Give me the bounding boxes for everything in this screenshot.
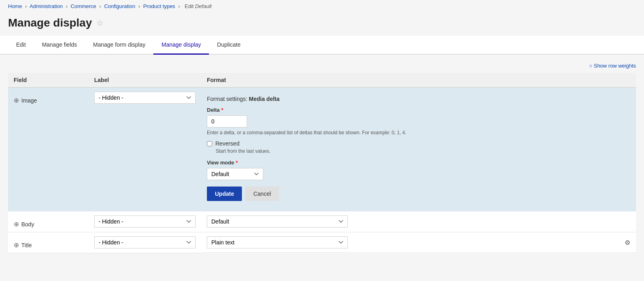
field-name-image: Image	[21, 97, 37, 104]
tabs-bar: Edit Manage fields Manage form display M…	[0, 36, 644, 55]
delta-label: Delta *	[207, 107, 630, 113]
drag-handle-body[interactable]: ⊕	[14, 220, 19, 228]
format-settings-title: Format settings: Media delta	[207, 96, 630, 102]
breadcrumb-product-types[interactable]: Product types	[143, 3, 175, 9]
show-row-weights-link[interactable]: ○ Show row weights	[589, 63, 636, 69]
view-mode-label: View mode *	[207, 160, 630, 166]
reversed-label: Reversed	[215, 140, 239, 147]
view-mode-select[interactable]: Default Full Thumbnail	[207, 168, 263, 180]
breadcrumb-current: Edit Default	[185, 3, 212, 9]
delta-hint: Enter a delta, or a comma-separated list…	[207, 130, 408, 135]
col-header-field: Field	[8, 73, 89, 88]
eye-icon: ○	[589, 63, 592, 69]
breadcrumb-commerce[interactable]: Commerce	[71, 3, 97, 9]
tab-manage-display[interactable]: Manage display	[153, 36, 209, 55]
show-row-weights-label: Show row weights	[594, 63, 636, 69]
drag-handle-image[interactable]: ⊕	[14, 96, 19, 104]
col-header-format: Format	[201, 73, 636, 88]
breadcrumb-administration[interactable]: Administration	[30, 3, 63, 9]
breadcrumb-home[interactable]: Home	[8, 3, 22, 9]
title-format-select[interactable]: Default Plain text Full content	[207, 236, 348, 248]
page-title: Manage display	[8, 16, 92, 29]
title-label-select[interactable]: - Hidden - Above Inline Below Visually h…	[94, 236, 196, 248]
show-row-weights-container: ○ Show row weights	[8, 63, 636, 69]
field-name-body: Body	[21, 221, 34, 228]
reversed-checkbox[interactable]	[207, 141, 212, 146]
tab-manage-form-display[interactable]: Manage form display	[85, 36, 153, 55]
favorite-star-icon[interactable]: ☆	[96, 18, 103, 28]
tab-manage-fields[interactable]: Manage fields	[34, 36, 85, 55]
tab-edit[interactable]: Edit	[8, 36, 34, 55]
view-mode-required-star: *	[236, 160, 238, 166]
image-format-settings-panel: Format settings: Media delta Delta * Ent…	[207, 92, 630, 207]
body-label-select[interactable]: - Hidden - Above Inline Below Visually h…	[94, 215, 196, 228]
cancel-button[interactable]: Cancel	[245, 187, 279, 201]
body-format-select[interactable]: Default Summary or trimmed Trimmed Full …	[207, 215, 348, 228]
reversed-hint: Start from the last values.	[216, 148, 630, 154]
action-buttons: Update Cancel	[207, 187, 630, 201]
breadcrumb: Home › Administration › Commerce › Confi…	[0, 0, 644, 12]
image-label-select[interactable]: - Hidden - Above Inline Below Visually h…	[94, 92, 196, 104]
delta-input[interactable]	[207, 115, 247, 127]
table-row: ⊕ Image - Hidden - Above Inline Below Vi…	[8, 88, 636, 212]
table-row: ⊕ Title - Hidden - Above Inline Below Vi…	[8, 232, 636, 253]
col-header-label: Label	[89, 73, 201, 88]
drag-handle-title[interactable]: ⊕	[14, 241, 19, 249]
delta-required-star: *	[221, 107, 223, 113]
table-row: ⊕ Body - Hidden - Above Inline Below Vis…	[8, 211, 636, 232]
fields-table: Field Label Format ⊕ Image - Hidden - Ab…	[8, 73, 636, 253]
format-settings-name: Media delta	[249, 96, 279, 102]
title-gear-icon[interactable]: ⚙	[625, 239, 630, 246]
field-name-title: Title	[21, 242, 32, 248]
update-button[interactable]: Update	[207, 187, 242, 201]
breadcrumb-configuration[interactable]: Configuration	[104, 3, 135, 9]
tab-duplicate[interactable]: Duplicate	[209, 36, 248, 55]
